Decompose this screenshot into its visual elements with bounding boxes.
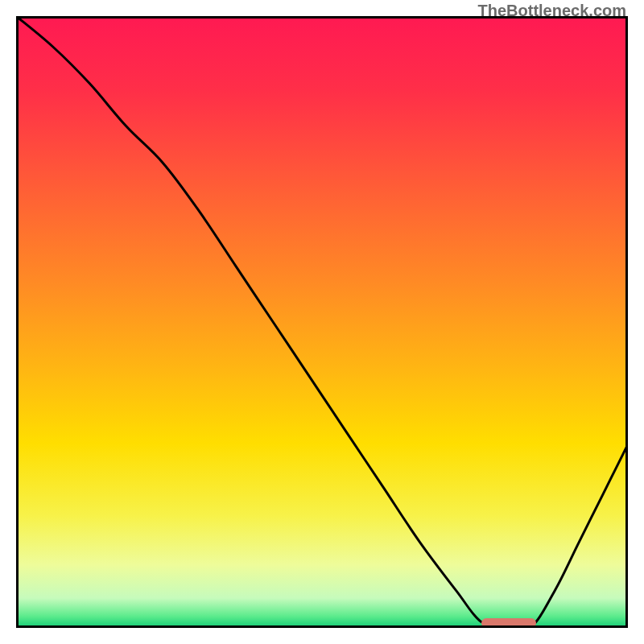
curve-layer <box>16 16 628 628</box>
bottleneck-curve <box>16 16 628 628</box>
highlight-strip <box>481 618 536 628</box>
plot-area <box>16 16 628 628</box>
watermark-text: TheBottleneck.com <box>478 2 626 20</box>
chart-container: TheBottleneck.com <box>0 0 644 644</box>
